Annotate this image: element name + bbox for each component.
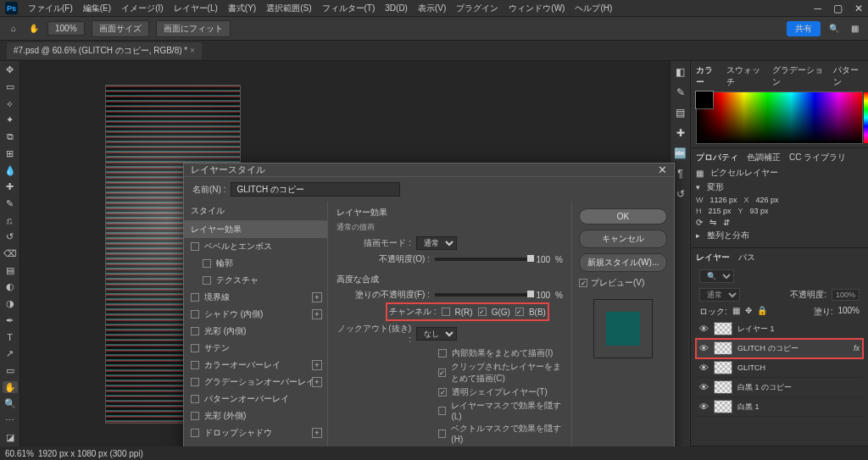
layer-item[interactable]: 👁白黒 1 bbox=[696, 397, 863, 417]
style-row[interactable]: レイヤー効果 bbox=[184, 221, 327, 238]
crop-tool-icon[interactable]: ⧉ bbox=[3, 131, 18, 143]
channel-b-checkbox[interactable] bbox=[515, 308, 524, 316]
hand-tool-icon[interactable]: ✋ bbox=[3, 381, 18, 393]
preview-checkbox[interactable] bbox=[579, 279, 587, 287]
type-tool-icon[interactable]: T bbox=[3, 331, 18, 343]
move-tool-icon[interactable]: ✥ bbox=[3, 64, 18, 76]
panel-icon[interactable]: ▤ bbox=[676, 107, 685, 119]
style-row[interactable]: シャドウ (内側)+ bbox=[184, 306, 327, 323]
menu-edit[interactable]: 編集(E) bbox=[83, 3, 111, 14]
tab-gradients[interactable]: グラデーション bbox=[772, 64, 825, 88]
style-row[interactable]: 光彩 (内側) bbox=[184, 323, 327, 340]
fill-value[interactable]: 100% bbox=[837, 306, 860, 318]
fx-badge[interactable]: fx bbox=[854, 344, 860, 352]
y-value[interactable]: 93 px bbox=[750, 207, 769, 215]
zoom-value[interactable]: 100% bbox=[47, 21, 85, 36]
blendmode-select[interactable]: 通常 bbox=[416, 236, 457, 250]
panel-icon[interactable]: 🔤 bbox=[674, 147, 687, 159]
layer-item[interactable]: 👁GLITCH bbox=[696, 358, 863, 378]
layer-filter-select[interactable]: 🔍 bbox=[699, 269, 734, 283]
eraser-tool-icon[interactable]: ⌫ bbox=[3, 248, 18, 260]
add-effect-icon[interactable]: + bbox=[312, 428, 322, 438]
heal-tool-icon[interactable]: ✚ bbox=[3, 181, 18, 193]
width-value[interactable]: 1126 px bbox=[710, 196, 737, 204]
frame-tool-icon[interactable]: ⊞ bbox=[3, 148, 18, 160]
history-brush-icon[interactable]: ↺ bbox=[3, 231, 18, 243]
fit-screen-button[interactable]: 画面サイズ bbox=[92, 20, 149, 37]
fillopacity-value[interactable]: 100 bbox=[536, 291, 550, 300]
layer-thumbnail[interactable] bbox=[714, 400, 732, 413]
style-checkbox[interactable] bbox=[191, 429, 199, 437]
menu-help[interactable]: ヘルプ(H) bbox=[575, 3, 612, 14]
style-checkbox[interactable] bbox=[191, 242, 199, 251]
panel-icon[interactable]: ✎ bbox=[676, 86, 685, 98]
pen-tool-icon[interactable]: ✒ bbox=[3, 315, 18, 327]
visibility-icon[interactable]: 👁 bbox=[699, 402, 709, 412]
opacity-value[interactable]: 100 bbox=[536, 255, 550, 264]
hand-tool-icon[interactable]: ✋ bbox=[27, 22, 41, 36]
close-icon[interactable]: ✕ bbox=[854, 3, 863, 14]
knockout-select[interactable]: なし bbox=[416, 327, 457, 341]
visibility-icon[interactable]: 👁 bbox=[699, 363, 709, 373]
layer-item[interactable]: 👁GLITCH のコピーfx bbox=[696, 339, 863, 358]
zoom-tool-icon[interactable]: 🔍 bbox=[3, 398, 18, 410]
height-value[interactable]: 215 px bbox=[709, 207, 732, 215]
channel-g-checkbox[interactable] bbox=[478, 308, 487, 316]
brush-tool-icon[interactable]: ✎ bbox=[3, 198, 18, 210]
eyedropper-icon[interactable]: 💧 bbox=[3, 164, 18, 176]
workspace-icon[interactable]: ▦ bbox=[848, 22, 861, 36]
layer-opacity-value[interactable]: 100% bbox=[832, 289, 860, 301]
menu-select[interactable]: 選択範囲(S) bbox=[266, 3, 311, 14]
path-tool-icon[interactable]: ↗ bbox=[3, 348, 18, 360]
layer-thumbnail[interactable] bbox=[714, 322, 732, 335]
option-checkbox[interactable] bbox=[438, 388, 447, 396]
stamp-tool-icon[interactable]: ⎌ bbox=[3, 214, 18, 226]
style-row[interactable]: サテン bbox=[184, 340, 327, 357]
share-button[interactable]: 共有 bbox=[787, 21, 821, 36]
menu-type[interactable]: 書式(Y) bbox=[228, 3, 256, 14]
tab-adjustments[interactable]: 色調補正 bbox=[747, 152, 781, 163]
style-row[interactable]: テクスチャ bbox=[184, 272, 327, 289]
cancel-button[interactable]: キャンセル bbox=[579, 230, 667, 248]
style-row[interactable]: カラーオーバーレイ+ bbox=[184, 357, 327, 374]
wand-tool-icon[interactable]: ✦ bbox=[3, 114, 18, 126]
opacity-slider[interactable] bbox=[435, 258, 531, 261]
add-effect-icon[interactable]: + bbox=[312, 309, 322, 319]
lasso-tool-icon[interactable]: ⟡ bbox=[3, 97, 18, 109]
blend-mode-select[interactable]: 通常 bbox=[699, 288, 740, 302]
visibility-icon[interactable]: 👁 bbox=[699, 343, 709, 353]
style-row[interactable]: グラデーションオーバーレイ+ bbox=[184, 374, 327, 391]
menu-view[interactable]: 表示(V) bbox=[418, 3, 446, 14]
marquee-tool-icon[interactable]: ▭ bbox=[3, 81, 18, 93]
style-row[interactable]: 光彩 (外側) bbox=[184, 407, 327, 424]
add-effect-icon[interactable]: + bbox=[312, 292, 322, 302]
style-checkbox[interactable] bbox=[191, 378, 199, 386]
menu-window[interactable]: ウィンドウ(W) bbox=[509, 3, 565, 14]
minimize-icon[interactable]: ─ bbox=[814, 3, 821, 14]
style-checkbox[interactable] bbox=[203, 276, 211, 285]
home-icon[interactable]: ⌂ bbox=[7, 22, 20, 36]
ok-button[interactable]: OK bbox=[579, 208, 667, 224]
menu-plugin[interactable]: プラグイン bbox=[456, 3, 498, 14]
tab-libraries[interactable]: CC ライブラリ bbox=[789, 152, 846, 163]
layer-thumbnail[interactable] bbox=[714, 380, 732, 394]
layer-thumbnail[interactable] bbox=[714, 361, 732, 374]
search-icon[interactable]: 🔍 bbox=[827, 22, 841, 36]
hue-bar[interactable] bbox=[864, 92, 868, 143]
style-checkbox[interactable] bbox=[191, 327, 199, 335]
tab-swatches[interactable]: スウォッチ bbox=[726, 64, 764, 88]
shape-tool-icon[interactable]: ▭ bbox=[3, 365, 18, 377]
style-checkbox[interactable] bbox=[191, 395, 199, 403]
style-row[interactable]: 輪郭 bbox=[184, 255, 327, 272]
style-row[interactable]: ベベルとエンボス bbox=[184, 238, 327, 255]
maximize-icon[interactable]: ▢ bbox=[833, 3, 843, 14]
tab-patterns[interactable]: パターン bbox=[833, 64, 863, 88]
flip-h-icon[interactable]: ⇋ bbox=[709, 218, 716, 227]
tab-layers[interactable]: レイヤー bbox=[696, 252, 730, 263]
style-checkbox[interactable] bbox=[191, 412, 199, 420]
menu-filter[interactable]: フィルター(T) bbox=[322, 3, 376, 14]
style-row[interactable]: ドロップシャドウ+ bbox=[184, 424, 327, 441]
swatch-fg-bg-icon[interactable]: ◪ bbox=[3, 431, 18, 443]
option-checkbox[interactable] bbox=[438, 349, 447, 357]
fillopacity-slider[interactable] bbox=[435, 293, 531, 297]
